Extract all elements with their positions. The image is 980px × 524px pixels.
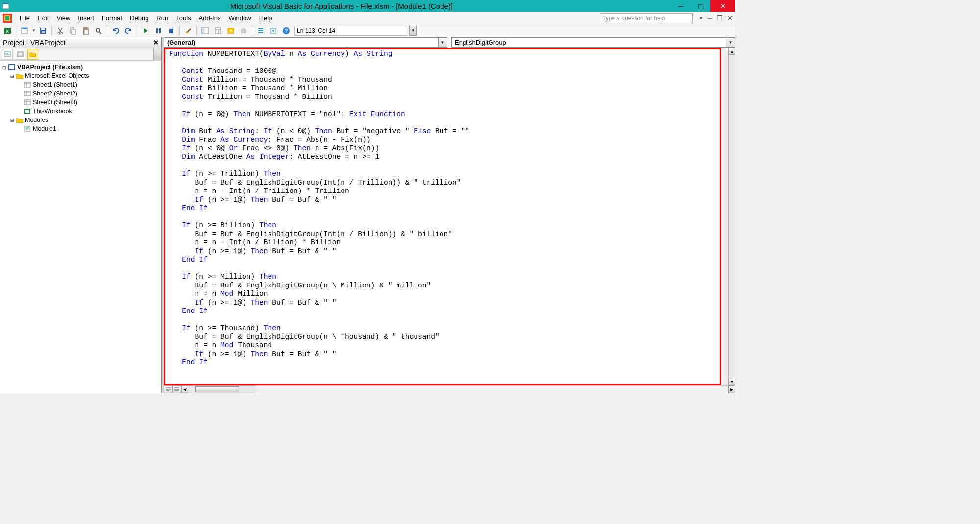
expander-icon[interactable]: ⊟: [1, 64, 8, 71]
toolbox-button[interactable]: [238, 25, 249, 36]
titlebar: Microsoft Visual Basic for Applications …: [0, 0, 735, 12]
chevron-down-icon[interactable]: ▼: [438, 38, 447, 47]
help-search-input[interactable]: Type a question for help: [600, 13, 693, 23]
tree-module1[interactable]: Module1: [1, 124, 160, 133]
object-selector[interactable]: (General) ▼: [164, 37, 447, 48]
properties-window-button[interactable]: [213, 25, 223, 36]
mdi-restore-button[interactable]: ❐: [716, 15, 723, 22]
vertical-scrollbar[interactable]: ▲ ▼: [728, 48, 735, 385]
svg-rect-4: [5, 16, 9, 20]
tree-sheet1[interactable]: Sheet1 (Sheet1): [1, 80, 160, 89]
full-module-view-button[interactable]: [172, 385, 181, 393]
menu-help[interactable]: Help: [255, 13, 276, 23]
project-explorer-button[interactable]: [200, 25, 211, 36]
reset-button[interactable]: [166, 25, 176, 36]
vba-app-icon: [2, 13, 13, 24]
expander-icon[interactable]: ⊟: [9, 72, 16, 80]
scroll-down-icon[interactable]: ▼: [729, 379, 735, 385]
scroll-up-icon[interactable]: ▲: [729, 48, 735, 55]
standard-toolbar: X ▼ ? Ln 113, Col 14 ▼: [0, 24, 735, 37]
close-button[interactable]: ✕: [710, 0, 735, 12]
svg-rect-45: [9, 65, 14, 69]
find-button[interactable]: [93, 25, 104, 36]
horizontal-scrollbar[interactable]: [188, 385, 257, 393]
cut-button[interactable]: [55, 25, 66, 36]
design-mode-button[interactable]: [183, 25, 194, 36]
svg-line-24: [188, 29, 191, 32]
cursor-position: Ln 113, Col 14: [294, 26, 407, 36]
view-excel-button[interactable]: X: [2, 25, 13, 36]
scroll-right-icon[interactable]: ▶: [728, 385, 735, 393]
run-button[interactable]: [140, 25, 151, 36]
menu-file[interactable]: File: [16, 13, 34, 23]
tree-sheet2[interactable]: Sheet2 (Sheet2): [1, 89, 160, 98]
menu-window[interactable]: Window: [224, 13, 255, 23]
window-title: Microsoft Visual Basic for Applications …: [12, 2, 671, 10]
project-explorer-title: Project - VBAProject: [3, 39, 154, 47]
project-tree[interactable]: ⊟ VBAProject (File.xlsm) ⊟ Microsoft Exc…: [0, 61, 161, 393]
tree-excel-objects-folder[interactable]: ⊟ Microsoft Excel Objects: [1, 71, 160, 80]
svg-point-13: [61, 32, 63, 34]
chevron-down-icon[interactable]: ▼: [726, 38, 735, 47]
svg-rect-11: [42, 31, 45, 33]
tree-modules-folder[interactable]: ⊟ Modules: [1, 116, 160, 124]
undo-button[interactable]: [110, 25, 121, 36]
project-explorer-grip[interactable]: [153, 48, 161, 60]
code-pane: (General) ▼ EnglishDigitGroup ▼ Function…: [162, 37, 735, 393]
help-button[interactable]: ?: [281, 25, 292, 36]
svg-rect-56: [25, 110, 29, 113]
svg-point-31: [230, 30, 232, 32]
svg-rect-18: [84, 30, 88, 34]
svg-point-12: [58, 32, 60, 34]
cursor-position-dropdown-icon[interactable]: ▼: [409, 26, 417, 36]
project-icon: [8, 64, 16, 71]
menu-edit[interactable]: Edit: [34, 13, 52, 23]
menu-view[interactable]: View: [52, 13, 74, 23]
view-code-button[interactable]: [2, 49, 13, 60]
code-editor[interactable]: Function NUMBERTOTEXT(ByVal n As Currenc…: [164, 48, 721, 385]
insert-module-button[interactable]: [19, 25, 30, 36]
svg-rect-43: [18, 53, 22, 56]
menu-insert[interactable]: Insert: [74, 13, 98, 23]
project-explorer: Project - VBAProject × ⊟ VBAProject (Fil…: [0, 37, 162, 393]
paste-button[interactable]: [80, 25, 91, 36]
tree-project-root[interactable]: ⊟ VBAProject (File.xlsm): [1, 63, 160, 71]
svg-rect-1: [3, 3, 9, 4]
copy-button[interactable]: [68, 25, 78, 36]
tree-thisworkbook[interactable]: ThisWorkbook: [1, 107, 160, 116]
project-explorer-titlebar: Project - VBAProject ×: [0, 37, 161, 48]
help-dropdown-icon[interactable]: ▼: [697, 13, 704, 23]
toggle-folders-button[interactable]: [27, 49, 38, 60]
svg-rect-10: [41, 28, 45, 30]
mdi-close-button[interactable]: ✕: [726, 15, 733, 22]
expander-icon[interactable]: ⊟: [9, 117, 16, 124]
menu-tools[interactable]: Tools: [172, 13, 195, 23]
redo-button[interactable]: [123, 25, 134, 36]
tab-order-button[interactable]: [255, 25, 266, 36]
insert-dropdown-icon[interactable]: ▼: [32, 28, 36, 33]
code-navigation-bar: (General) ▼ EnglishDigitGroup ▼: [164, 37, 735, 48]
bookmark-button[interactable]: [268, 25, 279, 36]
tree-sheet3[interactable]: Sheet3 (Sheet3): [1, 98, 160, 107]
module-icon: [24, 125, 31, 132]
maximize-button[interactable]: ▢: [691, 0, 710, 12]
break-button[interactable]: [153, 25, 164, 36]
minimize-button[interactable]: ─: [671, 0, 691, 12]
object-browser-button[interactable]: [225, 25, 236, 36]
scroll-left-icon[interactable]: ◀: [181, 385, 188, 393]
menu-format[interactable]: Format: [98, 13, 126, 23]
menu-debug[interactable]: Debug: [126, 13, 152, 23]
view-object-button[interactable]: [15, 49, 25, 60]
sheet-icon: [24, 90, 31, 97]
save-button[interactable]: [38, 25, 49, 36]
menu-addins[interactable]: Add-Ins: [195, 13, 225, 23]
procedure-view-button[interactable]: [164, 385, 172, 393]
menubar: File Edit View Insert Format Debug Run T…: [0, 12, 735, 24]
system-menu-icon[interactable]: [0, 2, 12, 9]
procedure-selector[interactable]: EnglishDigitGroup ▼: [451, 37, 735, 48]
menu-run[interactable]: Run: [152, 13, 172, 23]
project-explorer-close-button[interactable]: ×: [154, 38, 158, 47]
svg-rect-49: [24, 91, 30, 96]
mdi-minimize-button[interactable]: ─: [707, 15, 713, 22]
svg-rect-15: [72, 29, 75, 34]
